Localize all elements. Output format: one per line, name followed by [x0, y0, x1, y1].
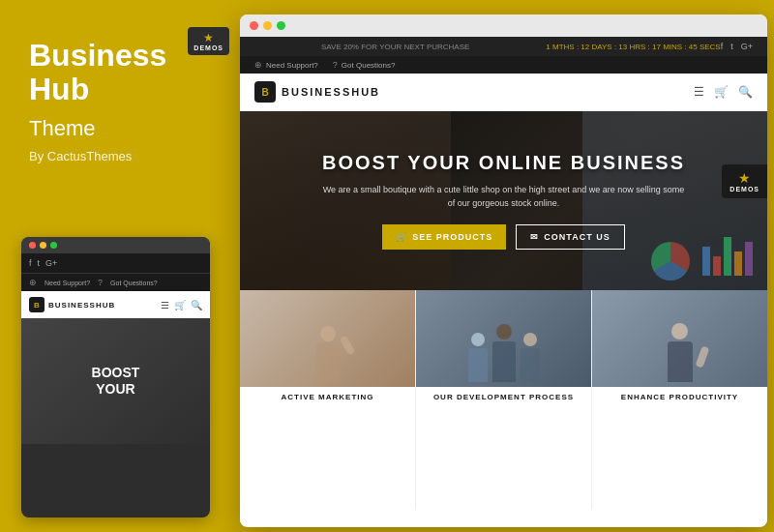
feature-col-2: OUR DEVELOPMENT PROCESS — [416, 290, 591, 510]
active-marketing-title: ACTIVE MARKETING — [248, 393, 407, 401]
promo-timer: 1 MTHS : 12 DAYS : 13 HRS : 17 MINS : 45… — [546, 43, 720, 51]
desktop-title-bar — [240, 15, 767, 37]
mobile-logo-icon: B — [29, 297, 45, 312]
theme-author: By CactusThemes — [29, 149, 208, 163]
mobile-nav-icons: ☰ 🛒 🔍 — [161, 300, 202, 310]
mobile-logo-text: BUSINESSHUB — [48, 301, 115, 310]
mobile-top-bar: f t G+ — [21, 253, 210, 273]
development-title: OUR DEVELOPMENT PROCESS — [424, 393, 583, 401]
development-caption: OUR DEVELOPMENT PROCESS — [416, 387, 591, 401]
site-promo-bar: SAVE 20% FOR YOUR NEXT PURCHASE 1 MTHS :… — [240, 37, 767, 56]
mobile-preview: f t G+ ⊕ Need Support? ? Got Questions? … — [21, 237, 210, 517]
mobile-hero: BOOST YOUR — [21, 318, 210, 444]
support-icon: ⊕ — [254, 60, 262, 70]
mobile-title-bar — [21, 237, 210, 253]
productivity-caption: ENHANCE PRODUCTIVITY — [592, 387, 767, 401]
site-googleplus-icon: G+ — [741, 42, 753, 51]
desktop-dot-green — [277, 21, 285, 30]
desktop-preview: SAVE 20% FOR YOUR NEXT PURCHASE 1 MTHS :… — [240, 15, 767, 527]
theme-subtitle: Theme — [29, 116, 208, 141]
active-marketing-caption: ACTIVE MARKETING — [240, 387, 415, 401]
cart-btn-icon: 🛒 — [396, 232, 407, 242]
left-panel: Business Hub Theme By CactusThemes f t G… — [0, 0, 237, 532]
productivity-title: ENHANCE PRODUCTIVITY — [600, 393, 759, 401]
mobile-dot-red — [29, 242, 36, 249]
question-icon: ? — [333, 60, 338, 70]
demos-star-icon: ★ — [203, 31, 214, 44]
facebook-icon: f — [29, 258, 32, 268]
hamburger-icon: ☰ — [161, 300, 169, 310]
google-plus-icon: G+ — [45, 258, 57, 268]
mobile-support-text: Need Support? — [45, 280, 90, 286]
hero-content: BOOST YOUR ONLINE BUSINESS We are a smal… — [301, 152, 707, 250]
hero-buttons: 🛒 SEE PRODUCTS ✉ CONTACT US — [320, 224, 688, 250]
active-marketing-photo — [240, 290, 415, 387]
mobile-logo: B BUSINESSHUB — [29, 297, 115, 312]
questions-text: Got Questions? — [342, 61, 396, 70]
site-cart-icon[interactable]: 🛒 — [714, 85, 729, 99]
cart-icon: 🛒 — [174, 300, 186, 310]
search-icon: 🔍 — [191, 300, 202, 310]
desktop-dot-yellow — [263, 21, 272, 30]
mobile-questions-text: Got Questions? — [110, 280, 158, 286]
mobile-social-icons: f t G+ — [29, 258, 57, 268]
site-social-icons: f t G+ — [721, 42, 753, 51]
mail-btn-icon: ✉ — [530, 232, 539, 242]
support-globe-icon: ⊕ — [29, 278, 37, 287]
site-hero: BOOST YOUR ONLINE BUSINESS We are a smal… — [240, 111, 767, 290]
promo-text: SAVE 20% FOR YOUR NEXT PURCHASE — [254, 43, 536, 51]
site-feature-columns: ACTIVE MARKETING — [240, 290, 767, 510]
desktop-site-content: SAVE 20% FOR YOUR NEXT PURCHASE 1 MTHS :… — [240, 37, 767, 526]
site-hamburger-icon[interactable]: ☰ — [694, 85, 704, 99]
site-twitter-icon: t — [730, 42, 733, 51]
site-facebook-icon: f — [721, 42, 724, 51]
site-logo-text: BUSINESSHUB — [282, 86, 380, 98]
site-search-icon[interactable]: 🔍 — [738, 85, 753, 99]
feature-col-1: ACTIVE MARKETING — [240, 290, 415, 510]
mobile-dot-yellow — [40, 242, 46, 249]
mobile-header: B BUSINESSHUB ☰ 🛒 🔍 — [21, 291, 210, 318]
hero-subtitle: We are a small boutique with a cute litt… — [320, 184, 688, 210]
desktop-dot-red — [250, 21, 258, 30]
site-nav: B BUSINESSHUB ☰ 🛒 🔍 — [240, 74, 767, 111]
contact-us-button[interactable]: ✉ CONTACT US — [516, 224, 624, 250]
development-photo — [416, 290, 591, 387]
mobile-hero-text: BOOST YOUR — [92, 365, 140, 398]
see-products-button[interactable]: 🛒 SEE PRODUCTS — [382, 224, 506, 250]
questions-item: ? Got Questions? — [333, 60, 396, 70]
site-support-bar: ⊕ Need Support? ? Got Questions? — [240, 56, 767, 74]
support-item: ⊕ Need Support? — [254, 60, 318, 70]
mobile-support-bar: ⊕ Need Support? ? Got Questions? — [21, 273, 210, 291]
site-logo-icon: B — [254, 81, 276, 103]
mobile-demos-badge[interactable]: ★ DEMOS — [188, 27, 229, 55]
site-nav-icons: ☰ 🛒 🔍 — [694, 85, 753, 99]
productivity-photo — [592, 290, 767, 387]
desktop-demos-star-icon: ★ — [738, 170, 751, 186]
theme-title: Business Hub — [29, 39, 208, 106]
site-logo: B BUSINESSHUB — [254, 81, 380, 103]
feature-col-3: ENHANCE PRODUCTIVITY — [592, 290, 767, 510]
mobile-demos-label: DEMOS — [194, 44, 223, 51]
desktop-demos-badge[interactable]: ★ DEMOS — [722, 164, 767, 198]
hero-title: BOOST YOUR ONLINE BUSINESS — [320, 152, 688, 174]
support-text: Need Support? — [266, 61, 318, 70]
twitter-icon: t — [38, 258, 41, 268]
questions-icon: ? — [98, 278, 103, 287]
mobile-dot-green — [50, 242, 57, 249]
desktop-demos-label: DEMOS — [729, 186, 759, 192]
